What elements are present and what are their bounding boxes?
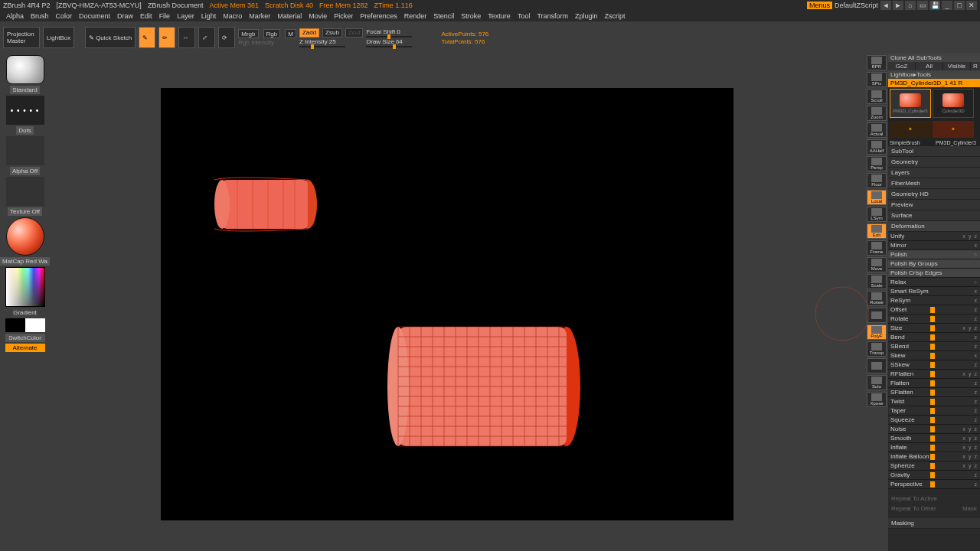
menu-movie[interactable]: Movie xyxy=(305,12,330,20)
nav-spix-button[interactable]: SPix xyxy=(867,72,887,87)
nav-xpose-button[interactable]: Xpose xyxy=(867,392,887,407)
draw-mode-button[interactable]: ✏ xyxy=(158,27,175,48)
deformation-polish[interactable]: Polish○ xyxy=(888,250,980,259)
deformation-header[interactable]: Deformation xyxy=(888,221,980,232)
deformation-gravity[interactable]: Gravityz xyxy=(888,471,980,480)
nav-lsym-button[interactable]: LSym xyxy=(867,207,887,222)
repeat-to-active[interactable]: Repeat To Active xyxy=(891,495,937,502)
menu-stroke[interactable]: Stroke xyxy=(458,12,484,20)
color-secondary[interactable] xyxy=(25,318,45,332)
close-icon[interactable]: ✕ xyxy=(966,1,977,10)
menu-alpha[interactable]: Alpha xyxy=(3,12,27,20)
rotate-mode-button[interactable]: ⟳ xyxy=(218,27,235,48)
menu-document[interactable]: Document xyxy=(76,12,113,20)
deformation-relax[interactable]: Relax○ xyxy=(888,278,980,287)
nav-scroll-button[interactable]: Scroll xyxy=(867,89,887,104)
nav-actual-button[interactable]: Actual xyxy=(867,122,887,138)
deformation-unify[interactable]: Unifyx y z xyxy=(888,232,980,241)
masking-header[interactable]: Masking xyxy=(888,518,980,529)
menu-file[interactable]: File xyxy=(156,12,174,20)
rgb-button[interactable]: Rgb xyxy=(263,29,281,38)
deformation-flatten[interactable]: Flattenz xyxy=(888,379,980,388)
alternate-button[interactable]: Alternate xyxy=(5,344,45,352)
section-surface[interactable]: Surface xyxy=(888,210,980,221)
zcut-button[interactable]: Zcut xyxy=(345,28,364,37)
menu-material[interactable]: Material xyxy=(274,12,305,20)
nav-local-button[interactable]: Local xyxy=(867,190,887,205)
menus-button[interactable]: Menus xyxy=(807,2,832,9)
deformation-sskew[interactable]: SSkewz xyxy=(888,360,980,370)
menu-picker[interactable]: Picker xyxy=(331,12,356,20)
deformation-bend[interactable]: Bendz xyxy=(888,333,980,342)
menu-transform[interactable]: Transform xyxy=(534,12,571,20)
alpha-thumb[interactable] xyxy=(6,136,44,165)
nav-persp-button[interactable]: Persp xyxy=(867,156,887,171)
deformation-rotate[interactable]: Rotatez xyxy=(888,315,980,324)
home-icon[interactable]: ⌂ xyxy=(905,1,916,10)
projection-master-button[interactable]: Projection Master xyxy=(3,27,40,48)
goz-all-button[interactable]: All xyxy=(916,62,942,70)
deformation-polish-crisp-edges[interactable]: Polish Crisp Edges xyxy=(888,269,980,278)
deformation-taper[interactable]: Taperz xyxy=(888,406,980,416)
color-picker[interactable] xyxy=(5,267,45,307)
deformation-skew[interactable]: Skewx xyxy=(888,351,980,360)
nav-frame-button[interactable]: Frame xyxy=(867,240,887,256)
nav-aahalf-button[interactable]: AAHalf xyxy=(867,139,887,155)
zsub-button[interactable]: Zsub xyxy=(322,28,342,37)
subtool-thumb-1[interactable]: Cylinder3D xyxy=(933,89,974,118)
section-geometry-hd[interactable]: Geometry HD xyxy=(888,189,980,200)
repeat-to-other[interactable]: Repeat To Other xyxy=(891,505,936,512)
zadd-button[interactable]: Zadd xyxy=(299,28,319,37)
material-thumb[interactable] xyxy=(6,217,44,256)
menu-preferences[interactable]: Preferences xyxy=(357,12,400,20)
move-mode-button[interactable]: ↔ xyxy=(178,27,195,48)
section-geometry[interactable]: Geometry xyxy=(888,157,980,168)
lightbox-tools-button[interactable]: Lightbox▸Tools xyxy=(888,70,980,79)
menu-render[interactable]: Render xyxy=(401,12,430,20)
m-button[interactable]: M xyxy=(285,29,296,38)
deformation-noise[interactable]: Noisex y z xyxy=(888,425,980,434)
current-tool-label[interactable]: PM3D_Cylinder3D_1 41 R xyxy=(888,79,980,87)
nav-blank-button[interactable] xyxy=(867,358,887,373)
deformation-perspective[interactable]: Perspectivez xyxy=(888,480,980,489)
section-layers[interactable]: Layers xyxy=(888,168,980,178)
clone-subtools-button[interactable]: Clone All SubTools xyxy=(888,54,980,62)
arrow-left-icon[interactable]: ◄ xyxy=(880,1,891,10)
nav-floor-button[interactable]: Floor xyxy=(867,173,887,188)
menu-macro[interactable]: Macro xyxy=(220,12,245,20)
deformation-smooth[interactable]: Smoothx y z xyxy=(888,434,980,443)
edit-mode-button[interactable]: ✎ xyxy=(139,27,155,48)
menu-marker[interactable]: Marker xyxy=(246,12,273,20)
dock-icon[interactable]: ▭ xyxy=(917,1,928,10)
deformation-size[interactable]: Sizex y z xyxy=(888,324,980,333)
scale-mode-button[interactable]: ⤢ xyxy=(198,27,215,48)
goz-button[interactable]: GoZ xyxy=(888,62,915,70)
polymesh-thumb[interactable]: ✦ xyxy=(933,121,974,138)
menu-zplugin[interactable]: Zplugin xyxy=(572,12,601,20)
deformation-offset[interactable]: Offsetz xyxy=(888,305,980,315)
simplebrush-thumb[interactable]: ✦ xyxy=(890,121,931,138)
focal-shift-slider[interactable] xyxy=(366,36,412,37)
section-fibermesh[interactable]: FiberMesh xyxy=(888,178,980,189)
draw-size-slider[interactable] xyxy=(366,46,412,47)
section-preview[interactable]: Preview xyxy=(888,200,980,210)
maximize-icon[interactable]: □ xyxy=(954,1,965,10)
menu-edit[interactable]: Edit xyxy=(137,12,155,20)
quicksketch-button[interactable]: ✎Quick Sketch xyxy=(85,27,136,48)
deformation-rflatten[interactable]: RFlattenx y z xyxy=(888,370,980,379)
menu-zscript[interactable]: Zscript xyxy=(602,12,629,20)
nav-solo-button[interactable]: Solo xyxy=(867,375,887,390)
deformation-resym[interactable]: ReSymx xyxy=(888,296,980,305)
deformation-polish-by-groups[interactable]: Polish By Groups xyxy=(888,259,980,269)
gradient-button[interactable]: Gradient xyxy=(12,308,38,317)
nav-zoom-button[interactable]: Zoom xyxy=(867,106,887,121)
section-subtool[interactable]: SubTool xyxy=(888,146,980,157)
switch-color-button[interactable]: SwitchColor xyxy=(5,334,45,342)
lightbox-button[interactable]: LightBox xyxy=(43,27,74,48)
menu-draw[interactable]: Draw xyxy=(114,12,136,20)
arrow-right-icon[interactable]: ► xyxy=(893,1,903,10)
menu-texture[interactable]: Texture xyxy=(485,12,514,20)
texture-thumb[interactable] xyxy=(6,177,44,206)
menu-layer[interactable]: Layer xyxy=(174,12,198,20)
color-main[interactable] xyxy=(5,318,25,332)
